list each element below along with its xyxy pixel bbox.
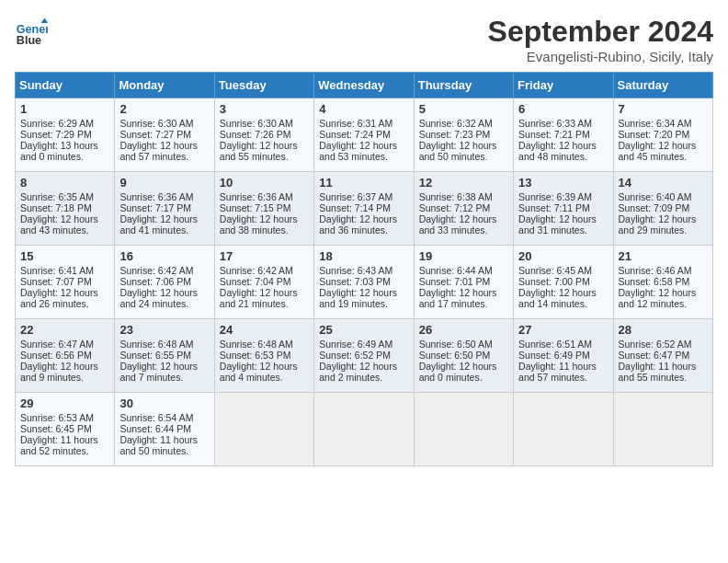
calendar-cell: 16Sunrise: 6:42 AMSunset: 7:06 PMDayligh… — [115, 246, 214, 319]
sunset-text: Sunset: 7:12 PM — [419, 202, 491, 213]
sunset-text: Sunset: 7:07 PM — [20, 276, 92, 287]
page-header: General Blue September 2024 Evangelisti-… — [15, 15, 713, 64]
daylight-text: Daylight: 11 hours and 57 minutes. — [518, 361, 597, 383]
daylight-text: Daylight: 11 hours and 50 minutes. — [119, 434, 198, 456]
daylight-text: Daylight: 12 hours and 4 minutes. — [220, 361, 298, 383]
day-number: 24 — [220, 323, 309, 337]
daylight-text: Daylight: 12 hours and 50 minutes. — [419, 140, 497, 162]
sunrise-text: Sunrise: 6:31 AM — [319, 118, 392, 129]
calendar-cell: 25Sunrise: 6:49 AMSunset: 6:52 PMDayligh… — [314, 319, 414, 393]
calendar-cell: 14Sunrise: 6:40 AMSunset: 7:09 PMDayligh… — [613, 172, 712, 246]
sunrise-text: Sunrise: 6:50 AM — [419, 339, 493, 350]
day-number: 29 — [20, 396, 109, 410]
day-number: 16 — [119, 249, 209, 263]
sunrise-text: Sunrise: 6:30 AM — [220, 118, 293, 129]
sunrise-text: Sunrise: 6:32 AM — [419, 118, 493, 129]
sunrise-text: Sunrise: 6:54 AM — [119, 412, 193, 423]
calendar-cell: 9Sunrise: 6:36 AMSunset: 7:17 PMDaylight… — [115, 172, 214, 246]
header-day: Saturday — [613, 73, 712, 98]
calendar-cell: 30Sunrise: 6:54 AMSunset: 6:44 PMDayligh… — [115, 393, 214, 466]
sunrise-text: Sunrise: 6:48 AM — [220, 339, 293, 350]
day-number: 18 — [319, 249, 408, 263]
daylight-text: Daylight: 12 hours and 33 minutes. — [419, 213, 497, 236]
sunrise-text: Sunrise: 6:44 AM — [419, 265, 493, 276]
daylight-text: Daylight: 12 hours and 57 minutes. — [119, 140, 198, 162]
daylight-text: Daylight: 12 hours and 31 minutes. — [518, 213, 597, 236]
day-number: 14 — [619, 176, 708, 190]
sunset-text: Sunset: 7:15 PM — [220, 202, 291, 213]
calendar-cell: 20Sunrise: 6:45 AMSunset: 7:00 PMDayligh… — [514, 246, 613, 319]
daylight-text: Daylight: 13 hours and 0 minutes. — [20, 140, 98, 162]
daylight-text: Daylight: 12 hours and 12 minutes. — [619, 287, 697, 309]
sunrise-text: Sunrise: 6:38 AM — [419, 191, 493, 202]
calendar-cell: 7Sunrise: 6:34 AMSunset: 7:20 PMDaylight… — [613, 98, 712, 172]
sunrise-text: Sunrise: 6:41 AM — [20, 265, 94, 276]
day-number: 9 — [119, 176, 209, 190]
day-number: 10 — [220, 176, 309, 190]
svg-marker-2 — [41, 18, 48, 23]
calendar-cell: 24Sunrise: 6:48 AMSunset: 6:53 PMDayligh… — [214, 319, 313, 393]
sunrise-text: Sunrise: 6:36 AM — [220, 191, 293, 202]
calendar-cell: 26Sunrise: 6:50 AMSunset: 6:50 PMDayligh… — [414, 319, 513, 393]
calendar-week-row: 22Sunrise: 6:47 AMSunset: 6:56 PMDayligh… — [16, 319, 713, 393]
sunset-text: Sunset: 7:20 PM — [619, 129, 690, 140]
sunrise-text: Sunrise: 6:39 AM — [518, 191, 592, 202]
sunset-text: Sunset: 7:17 PM — [119, 202, 191, 213]
day-number: 20 — [518, 249, 608, 263]
daylight-text: Daylight: 12 hours and 26 minutes. — [20, 287, 98, 309]
day-number: 13 — [518, 176, 608, 190]
sunset-text: Sunset: 7:18 PM — [20, 202, 92, 213]
sunrise-text: Sunrise: 6:29 AM — [20, 118, 94, 129]
calendar-cell: 27Sunrise: 6:51 AMSunset: 6:49 PMDayligh… — [514, 319, 613, 393]
daylight-text: Daylight: 12 hours and 7 minutes. — [119, 361, 198, 383]
day-number: 6 — [518, 102, 608, 116]
daylight-text: Daylight: 12 hours and 45 minutes. — [619, 140, 697, 162]
sunrise-text: Sunrise: 6:43 AM — [319, 265, 392, 276]
daylight-text: Daylight: 12 hours and 48 minutes. — [518, 140, 597, 162]
calendar-title: September 2024 — [488, 15, 713, 49]
calendar-cell — [613, 393, 712, 466]
calendar-cell: 15Sunrise: 6:41 AMSunset: 7:07 PMDayligh… — [16, 246, 115, 319]
sunrise-text: Sunrise: 6:46 AM — [619, 265, 692, 276]
calendar-cell: 29Sunrise: 6:53 AMSunset: 6:45 PMDayligh… — [16, 393, 115, 466]
sunrise-text: Sunrise: 6:45 AM — [518, 265, 592, 276]
header-day: Tuesday — [214, 73, 313, 98]
sunset-text: Sunset: 7:04 PM — [220, 276, 291, 287]
sunset-text: Sunset: 7:01 PM — [419, 276, 491, 287]
sunrise-text: Sunrise: 6:37 AM — [319, 191, 392, 202]
calendar-cell: 4Sunrise: 6:31 AMSunset: 7:24 PMDaylight… — [314, 98, 414, 172]
sunrise-text: Sunrise: 6:47 AM — [20, 339, 94, 350]
calendar-cell: 8Sunrise: 6:35 AMSunset: 7:18 PMDaylight… — [16, 172, 115, 246]
day-number: 11 — [319, 176, 408, 190]
sunset-text: Sunset: 7:23 PM — [419, 129, 491, 140]
sunrise-text: Sunrise: 6:40 AM — [619, 191, 692, 202]
daylight-text: Daylight: 12 hours and 19 minutes. — [319, 287, 397, 309]
day-number: 8 — [20, 176, 109, 190]
sunrise-text: Sunrise: 6:48 AM — [119, 339, 193, 350]
day-number: 22 — [20, 323, 109, 337]
calendar-cell: 19Sunrise: 6:44 AMSunset: 7:01 PMDayligh… — [414, 246, 513, 319]
day-number: 19 — [419, 249, 508, 263]
sunset-text: Sunset: 6:56 PM — [20, 350, 92, 361]
calendar-cell: 13Sunrise: 6:39 AMSunset: 7:11 PMDayligh… — [514, 172, 613, 246]
day-number: 17 — [220, 249, 309, 263]
sunrise-text: Sunrise: 6:30 AM — [119, 118, 193, 129]
sunset-text: Sunset: 7:29 PM — [20, 129, 92, 140]
day-number: 4 — [319, 102, 408, 116]
header-day: Sunday — [16, 73, 115, 98]
sunrise-text: Sunrise: 6:51 AM — [518, 339, 592, 350]
day-number: 26 — [419, 323, 508, 337]
calendar-cell: 5Sunrise: 6:32 AMSunset: 7:23 PMDaylight… — [414, 98, 513, 172]
calendar-cell: 11Sunrise: 6:37 AMSunset: 7:14 PMDayligh… — [314, 172, 414, 246]
day-number: 28 — [619, 323, 708, 337]
calendar-cell — [214, 393, 313, 466]
sunset-text: Sunset: 7:03 PM — [319, 276, 391, 287]
sunset-text: Sunset: 7:27 PM — [119, 129, 191, 140]
calendar-cell — [414, 393, 513, 466]
sunset-text: Sunset: 6:44 PM — [119, 423, 191, 434]
sunset-text: Sunset: 7:06 PM — [119, 276, 191, 287]
header-day: Monday — [115, 73, 214, 98]
daylight-text: Daylight: 12 hours and 43 minutes. — [20, 213, 98, 236]
sunset-text: Sunset: 7:11 PM — [518, 202, 590, 213]
calendar-cell — [314, 393, 414, 466]
